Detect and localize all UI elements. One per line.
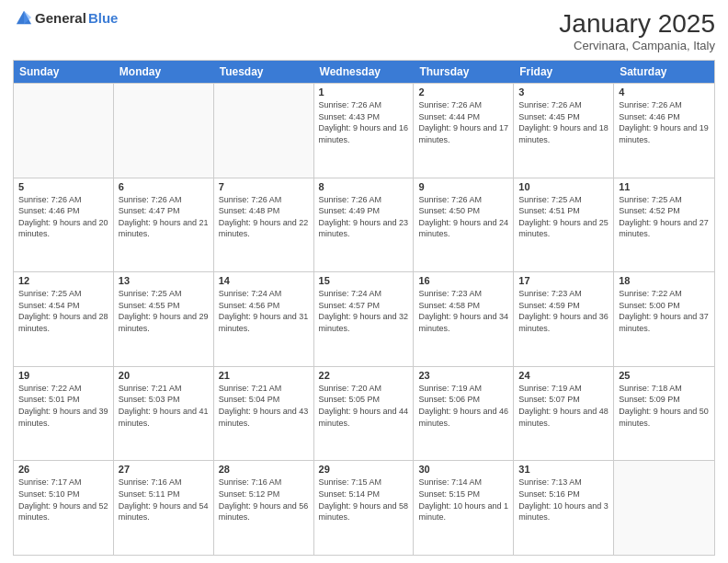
- cell-info-6: Sunrise: 7:26 AM Sunset: 4:47 PM Dayligh…: [119, 194, 209, 240]
- header: General Blue January 2025 Cervinara, Cam…: [13, 9, 715, 52]
- week-row-2: 12Sunrise: 7:25 AM Sunset: 4:54 PM Dayli…: [14, 271, 714, 366]
- cell-info-14: Sunrise: 7:24 AM Sunset: 4:56 PM Dayligh…: [219, 288, 309, 334]
- cell-info-12: Sunrise: 7:25 AM Sunset: 4:54 PM Dayligh…: [18, 288, 108, 334]
- day-number-29: 29: [319, 464, 409, 475]
- cal-cell-1-4: 9Sunrise: 7:26 AM Sunset: 4:50 PM Daylig…: [414, 178, 514, 272]
- day-number-11: 11: [619, 181, 710, 192]
- cal-cell-1-0: 5Sunrise: 7:26 AM Sunset: 4:46 PM Daylig…: [14, 178, 114, 272]
- cal-cell-3-6: 25Sunrise: 7:18 AM Sunset: 5:09 PM Dayli…: [614, 367, 714, 461]
- calendar-header: Sunday Monday Tuesday Wednesday Thursday…: [14, 61, 714, 83]
- cell-info-1: Sunrise: 7:26 AM Sunset: 4:43 PM Dayligh…: [319, 99, 409, 145]
- calendar: Sunday Monday Tuesday Wednesday Thursday…: [13, 60, 715, 556]
- cal-cell-2-5: 17Sunrise: 7:23 AM Sunset: 4:59 PM Dayli…: [514, 272, 614, 366]
- cal-cell-3-2: 21Sunrise: 7:21 AM Sunset: 5:04 PM Dayli…: [214, 367, 314, 461]
- cal-cell-0-1: [114, 84, 214, 178]
- week-row-1: 5Sunrise: 7:26 AM Sunset: 4:46 PM Daylig…: [14, 178, 714, 272]
- cal-cell-1-2: 7Sunrise: 7:26 AM Sunset: 4:48 PM Daylig…: [214, 178, 314, 272]
- day-number-17: 17: [518, 275, 609, 286]
- cal-cell-4-6: [614, 461, 714, 555]
- cell-info-2: Sunrise: 7:26 AM Sunset: 4:44 PM Dayligh…: [418, 99, 508, 145]
- cell-info-4: Sunrise: 7:26 AM Sunset: 4:46 PM Dayligh…: [619, 99, 710, 145]
- cell-info-30: Sunrise: 7:14 AM Sunset: 5:15 PM Dayligh…: [418, 477, 508, 523]
- cell-info-23: Sunrise: 7:19 AM Sunset: 5:06 PM Dayligh…: [418, 383, 508, 429]
- cell-info-24: Sunrise: 7:19 AM Sunset: 5:07 PM Dayligh…: [518, 383, 609, 429]
- day-number-18: 18: [619, 275, 710, 286]
- cal-cell-0-2: [214, 84, 314, 178]
- header-wednesday: Wednesday: [314, 61, 415, 83]
- day-number-4: 4: [619, 86, 710, 98]
- cell-info-18: Sunrise: 7:22 AM Sunset: 5:00 PM Dayligh…: [619, 288, 710, 334]
- header-sunday: Sunday: [14, 61, 114, 83]
- week-row-3: 19Sunrise: 7:22 AM Sunset: 5:01 PM Dayli…: [14, 366, 714, 461]
- logo-general: General: [35, 10, 86, 26]
- cell-info-26: Sunrise: 7:17 AM Sunset: 5:10 PM Dayligh…: [18, 477, 108, 523]
- header-saturday: Saturday: [614, 61, 714, 83]
- cell-info-9: Sunrise: 7:26 AM Sunset: 4:50 PM Dayligh…: [418, 194, 508, 240]
- day-number-22: 22: [319, 370, 409, 381]
- cal-cell-2-3: 15Sunrise: 7:24 AM Sunset: 4:57 PM Dayli…: [314, 272, 415, 366]
- cal-cell-3-4: 23Sunrise: 7:19 AM Sunset: 5:06 PM Dayli…: [414, 367, 514, 461]
- day-number-14: 14: [219, 275, 309, 286]
- day-number-30: 30: [418, 464, 508, 475]
- week-row-0: 1Sunrise: 7:26 AM Sunset: 4:43 PM Daylig…: [14, 83, 714, 178]
- cal-cell-2-6: 18Sunrise: 7:22 AM Sunset: 5:00 PM Dayli…: [614, 272, 714, 366]
- cal-cell-2-0: 12Sunrise: 7:25 AM Sunset: 4:54 PM Dayli…: [14, 272, 114, 366]
- cell-info-27: Sunrise: 7:16 AM Sunset: 5:11 PM Dayligh…: [119, 477, 209, 523]
- day-number-27: 27: [119, 464, 209, 475]
- day-number-20: 20: [119, 370, 209, 381]
- header-friday: Friday: [514, 61, 614, 83]
- cell-info-5: Sunrise: 7:26 AM Sunset: 4:46 PM Dayligh…: [18, 194, 108, 240]
- month-title: January 2025: [559, 9, 715, 39]
- cal-cell-0-6: 4Sunrise: 7:26 AM Sunset: 4:46 PM Daylig…: [614, 84, 714, 178]
- day-number-24: 24: [518, 370, 609, 381]
- cal-cell-2-4: 16Sunrise: 7:23 AM Sunset: 4:58 PM Dayli…: [414, 272, 514, 366]
- cell-info-8: Sunrise: 7:26 AM Sunset: 4:49 PM Dayligh…: [319, 194, 409, 240]
- cell-info-11: Sunrise: 7:25 AM Sunset: 4:52 PM Dayligh…: [619, 194, 710, 240]
- cell-info-20: Sunrise: 7:21 AM Sunset: 5:03 PM Dayligh…: [119, 383, 209, 429]
- logo-icon: [15, 9, 33, 26]
- cell-info-13: Sunrise: 7:25 AM Sunset: 4:55 PM Dayligh…: [119, 288, 209, 334]
- cal-cell-0-4: 2Sunrise: 7:26 AM Sunset: 4:44 PM Daylig…: [414, 84, 514, 178]
- day-number-23: 23: [418, 370, 508, 381]
- cal-cell-2-1: 13Sunrise: 7:25 AM Sunset: 4:55 PM Dayli…: [114, 272, 214, 366]
- header-thursday: Thursday: [414, 61, 514, 83]
- day-number-26: 26: [18, 464, 108, 475]
- day-number-2: 2: [418, 86, 508, 98]
- day-number-15: 15: [319, 275, 409, 286]
- cell-info-25: Sunrise: 7:18 AM Sunset: 5:09 PM Dayligh…: [619, 383, 710, 429]
- cell-info-15: Sunrise: 7:24 AM Sunset: 4:57 PM Dayligh…: [319, 288, 409, 334]
- day-number-1: 1: [319, 86, 409, 98]
- cell-info-29: Sunrise: 7:15 AM Sunset: 5:14 PM Dayligh…: [319, 477, 409, 523]
- cal-cell-1-5: 10Sunrise: 7:25 AM Sunset: 4:51 PM Dayli…: [514, 178, 614, 272]
- cell-info-31: Sunrise: 7:13 AM Sunset: 5:16 PM Dayligh…: [518, 477, 609, 523]
- day-number-19: 19: [18, 370, 108, 381]
- day-number-8: 8: [319, 181, 409, 192]
- day-number-3: 3: [518, 86, 609, 98]
- title-area: January 2025 Cervinara, Campania, Italy: [559, 9, 715, 52]
- cell-info-28: Sunrise: 7:16 AM Sunset: 5:12 PM Dayligh…: [219, 477, 309, 523]
- calendar-body: 1Sunrise: 7:26 AM Sunset: 4:43 PM Daylig…: [14, 83, 714, 555]
- day-number-25: 25: [619, 370, 710, 381]
- cell-info-16: Sunrise: 7:23 AM Sunset: 4:58 PM Dayligh…: [418, 288, 508, 334]
- cal-cell-4-2: 28Sunrise: 7:16 AM Sunset: 5:12 PM Dayli…: [214, 461, 314, 555]
- location: Cervinara, Campania, Italy: [559, 39, 715, 52]
- day-number-9: 9: [418, 181, 508, 192]
- day-number-31: 31: [518, 464, 609, 475]
- logo-blue: Blue: [88, 10, 119, 26]
- cal-cell-0-0: [14, 84, 114, 178]
- cal-cell-2-2: 14Sunrise: 7:24 AM Sunset: 4:56 PM Dayli…: [214, 272, 314, 366]
- cell-info-3: Sunrise: 7:26 AM Sunset: 4:45 PM Dayligh…: [518, 99, 609, 145]
- header-tuesday: Tuesday: [214, 61, 314, 83]
- cal-cell-4-4: 30Sunrise: 7:14 AM Sunset: 5:15 PM Dayli…: [414, 461, 514, 555]
- cal-cell-4-0: 26Sunrise: 7:17 AM Sunset: 5:10 PM Dayli…: [14, 461, 114, 555]
- day-number-5: 5: [18, 181, 108, 192]
- cal-cell-0-3: 1Sunrise: 7:26 AM Sunset: 4:43 PM Daylig…: [314, 84, 415, 178]
- cal-cell-3-0: 19Sunrise: 7:22 AM Sunset: 5:01 PM Dayli…: [14, 367, 114, 461]
- cal-cell-3-3: 22Sunrise: 7:20 AM Sunset: 5:05 PM Dayli…: [314, 367, 415, 461]
- day-number-10: 10: [518, 181, 609, 192]
- page: General Blue January 2025 Cervinara, Cam…: [0, 0, 728, 563]
- day-number-12: 12: [18, 275, 108, 286]
- cell-info-17: Sunrise: 7:23 AM Sunset: 4:59 PM Dayligh…: [518, 288, 609, 334]
- cell-info-21: Sunrise: 7:21 AM Sunset: 5:04 PM Dayligh…: [219, 383, 309, 429]
- day-number-28: 28: [219, 464, 309, 475]
